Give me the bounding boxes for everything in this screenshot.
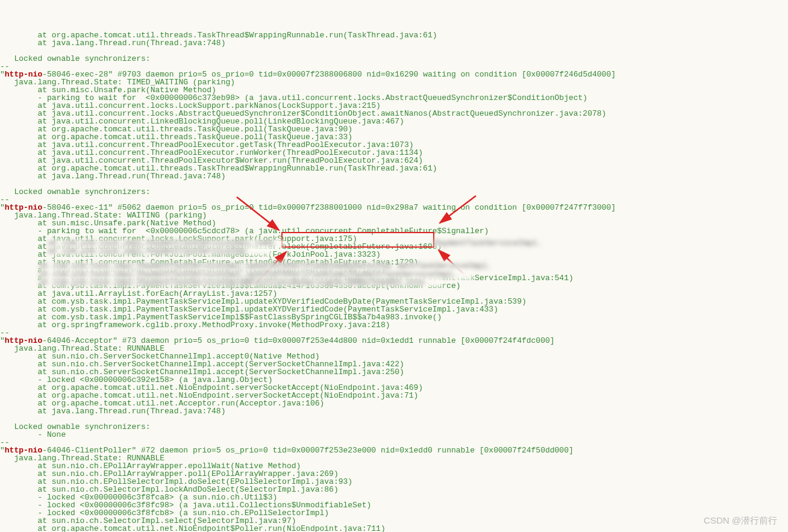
blur-region-2: at com.ysb.task.impl.PaymentTaskServiceI… (48, 247, 271, 255)
watermark: CSDN @潜行前行 (704, 516, 777, 525)
blur-region-5: at com.ysb.task.impl.PaymentTaskServiceI… (39, 278, 443, 287)
blur-region-1b: PaymentTaskServiceImpl. (434, 239, 542, 248)
